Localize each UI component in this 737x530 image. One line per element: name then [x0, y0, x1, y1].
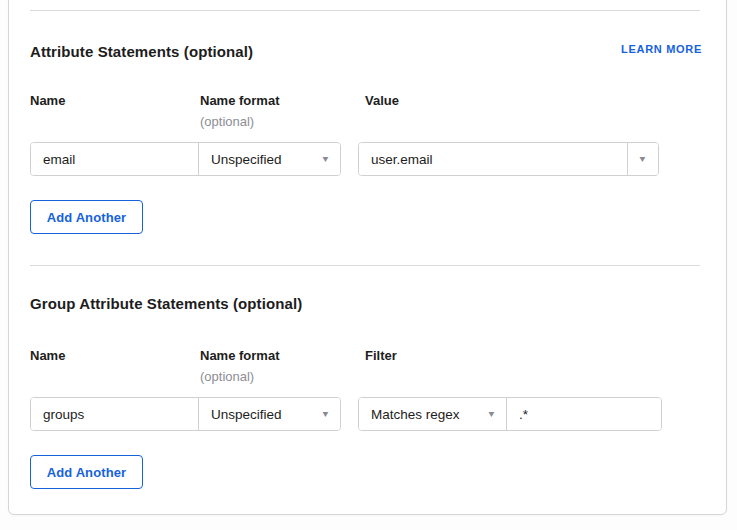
attribute-name-group: Unspecified ▾ [30, 142, 341, 176]
learn-more-link[interactable]: LEARN MORE [621, 43, 702, 55]
group-attribute-statements-title: Group Attribute Statements (optional) [30, 295, 302, 312]
chevron-down-icon: ▾ [323, 409, 329, 419]
group-column-header-name-format: Name format [200, 348, 279, 363]
group-column-header-filter: Filter [365, 348, 397, 363]
group-attribute-name-format-select[interactable]: Unspecified ▾ [198, 398, 340, 430]
column-header-name-format: Name format [200, 93, 279, 108]
section-divider-top [30, 10, 700, 11]
attribute-name-format-selected-value: Unspecified [211, 152, 282, 167]
group-attribute-filter-group: Matches regex ▾ [358, 397, 662, 431]
add-another-attribute-button[interactable]: Add Another [30, 200, 143, 234]
column-header-name: Name [30, 93, 65, 108]
group-name-format-optional-note: (optional) [200, 369, 254, 384]
attribute-name-input[interactable] [43, 152, 186, 167]
section-divider-middle [30, 265, 700, 266]
chevron-down-icon: ▾ [640, 154, 646, 164]
attribute-value-field-wrap [359, 143, 627, 175]
attribute-name-format-select[interactable]: Unspecified ▾ [198, 143, 340, 175]
attribute-value-input[interactable] [371, 152, 615, 167]
attribute-value-group: ▾ [358, 142, 659, 176]
saml-attribute-statements-panel: Attribute Statements (optional) LEARN MO… [0, 0, 737, 530]
attribute-name-field-wrap [31, 143, 198, 175]
chevron-down-icon: ▾ [323, 154, 329, 164]
group-attribute-filter-input[interactable] [519, 407, 649, 422]
attribute-statements-title: Attribute Statements (optional) [30, 43, 253, 60]
column-header-value: Value [365, 93, 399, 108]
attribute-value-dropdown-button[interactable]: ▾ [627, 143, 658, 175]
group-attribute-name-field-wrap [31, 398, 198, 430]
group-attribute-filter-field-wrap [506, 398, 661, 430]
group-column-header-name: Name [30, 348, 65, 363]
chevron-down-icon: ▾ [489, 409, 495, 419]
group-attribute-filter-type-select[interactable]: Matches regex ▾ [359, 398, 506, 430]
add-another-group-attribute-button[interactable]: Add Another [30, 455, 143, 489]
group-attribute-filter-type-selected-value: Matches regex [371, 407, 460, 422]
group-attribute-name-input[interactable] [43, 407, 186, 422]
group-attribute-name-group: Unspecified ▾ [30, 397, 341, 431]
group-attribute-name-format-selected-value: Unspecified [211, 407, 282, 422]
name-format-optional-note: (optional) [200, 114, 254, 129]
